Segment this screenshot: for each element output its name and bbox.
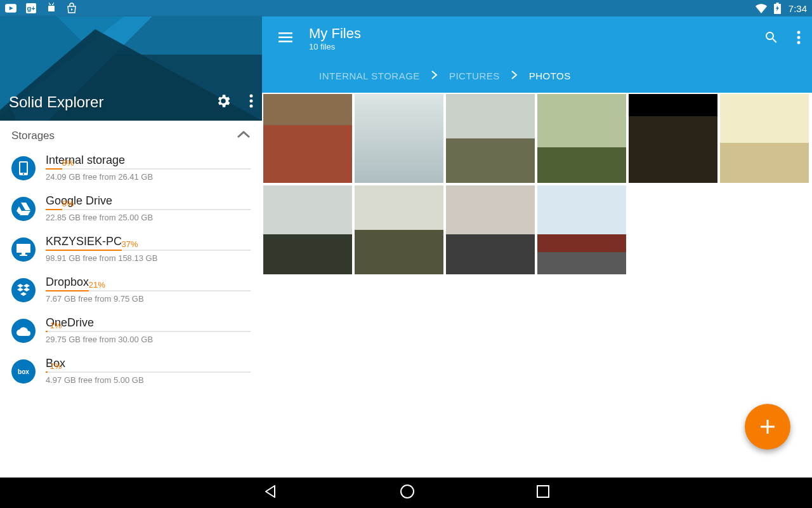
svg-rect-21 — [16, 244, 30, 253]
chevron-up-icon — [237, 130, 251, 142]
svg-text:g+: g+ — [27, 4, 35, 12]
svg-rect-26 — [278, 36, 292, 38]
status-bar: g+ 7:34 — [0, 0, 812, 17]
photo-thumbnail[interactable] — [537, 185, 626, 274]
storage-usage-bar: 1% — [46, 371, 251, 373]
chevron-right-icon — [431, 70, 438, 81]
storage-meta: 24.09 GB free from 26.41 GB — [46, 172, 251, 182]
storage-name: Box — [46, 357, 251, 370]
fab-add-button[interactable] — [745, 404, 790, 450]
svg-rect-22 — [22, 253, 25, 255]
sidebar: Solid Explorer Storages Internal storage… — [0, 17, 262, 478]
content-pane: My Files 10 files INTERNAL STORAGE PICTU… — [262, 17, 812, 478]
photo-thumbnail[interactable] — [537, 94, 626, 183]
svg-rect-25 — [278, 32, 292, 34]
photo-thumbnail[interactable] — [446, 94, 535, 183]
storages-section-header[interactable]: Storages — [0, 121, 262, 149]
monitor-icon — [11, 237, 36, 262]
overflow-menu-icon[interactable] — [249, 94, 253, 110]
app-title: Solid Explorer — [9, 93, 103, 111]
crumb-pictures[interactable]: PICTURES — [449, 70, 500, 81]
chevron-right-icon — [511, 70, 518, 81]
storage-item-dropbox[interactable]: Dropbox 21% 7.67 GB free from 9.75 GB — [0, 271, 262, 311]
storage-percent: 1% — [49, 321, 62, 330]
thumbnail-grid — [262, 93, 812, 478]
svg-rect-32 — [761, 426, 775, 428]
storage-usage-bar: 8% — [46, 168, 251, 170]
storage-percent: 37% — [122, 239, 138, 249]
svg-rect-23 — [20, 255, 27, 256]
svg-rect-34 — [537, 486, 549, 497]
svg-line-7 — [53, 3, 55, 4]
crumb-photos[interactable]: PHOTOS — [529, 70, 571, 81]
breadcrumb: INTERNAL STORAGE PICTURES PHOTOS — [262, 59, 812, 93]
search-icon[interactable] — [764, 30, 779, 48]
storage-percent: 8% — [62, 158, 74, 168]
storage-name: KRZYSIEK-PC — [46, 235, 251, 248]
status-left: g+ — [5, 3, 77, 14]
svg-point-28 — [797, 30, 801, 34]
storages-list: Internal storage 8% 24.09 GB free from 2… — [0, 149, 262, 478]
phone-icon — [11, 156, 36, 180]
storage-usage-bar: 21% — [46, 290, 251, 291]
recents-button[interactable] — [536, 485, 550, 501]
storage-item-monitor[interactable]: KRZYSIEK-PC 37% 98.91 GB free from 158.1… — [0, 230, 262, 271]
storage-item-onedrive[interactable]: OneDrive 1% 29.75 GB free from 30.00 GB — [0, 311, 262, 352]
storage-usage-bar: 37% — [46, 250, 251, 251]
page-subtitle: 10 files — [309, 42, 361, 51]
sidebar-hero: Solid Explorer — [0, 17, 262, 121]
svg-point-20 — [23, 173, 24, 175]
storage-item-gdrive[interactable]: Google Drive 8% 22.85 GB free from 25.00… — [0, 189, 262, 230]
page-title: My Files — [309, 25, 361, 42]
storage-item-box[interactable]: box Box 1% 4.97 GB free from 5.00 GB — [0, 352, 262, 392]
storage-name: Internal storage — [46, 154, 251, 167]
navigation-bar — [0, 478, 812, 508]
storage-name: OneDrive — [46, 316, 251, 330]
menu-icon[interactable] — [278, 32, 292, 45]
status-right: 7:34 — [756, 3, 807, 14]
photo-thumbnail[interactable] — [720, 94, 809, 183]
youtube-icon — [5, 3, 16, 14]
svg-point-33 — [401, 485, 414, 498]
svg-rect-9 — [776, 3, 779, 4]
photo-thumbnail[interactable] — [355, 94, 443, 183]
storage-meta: 22.85 GB free from 25.00 GB — [46, 213, 251, 222]
photo-thumbnail[interactable] — [263, 185, 352, 274]
storage-percent: 8% — [62, 199, 74, 208]
settings-icon[interactable] — [215, 93, 232, 112]
photo-thumbnail[interactable] — [263, 94, 352, 183]
storage-usage-bar: 1% — [46, 331, 251, 332]
battery-charging-icon — [772, 3, 783, 14]
storage-usage-bar: 8% — [46, 209, 251, 210]
gdrive-icon — [11, 197, 36, 221]
storage-name: Dropbox — [46, 276, 251, 289]
storage-percent: 1% — [49, 361, 62, 371]
google-plus-icon: g+ — [25, 3, 37, 14]
svg-point-16 — [250, 100, 253, 103]
storage-item-phone[interactable]: Internal storage 8% 24.09 GB free from 2… — [0, 149, 262, 189]
onedrive-icon — [11, 319, 36, 343]
storage-meta: 7.67 GB free from 9.75 GB — [46, 294, 251, 304]
status-time: 7:34 — [789, 3, 807, 14]
back-button[interactable] — [262, 483, 278, 502]
svg-text:box: box — [18, 368, 29, 375]
dropbox-icon — [11, 278, 36, 302]
photo-thumbnail[interactable] — [629, 94, 717, 183]
storage-meta: 98.91 GB free from 158.13 GB — [46, 253, 251, 263]
photo-thumbnail[interactable] — [446, 185, 535, 274]
toolbar: My Files 10 files INTERNAL STORAGE PICTU… — [262, 17, 812, 93]
crumb-internal-storage[interactable]: INTERNAL STORAGE — [319, 70, 420, 81]
overflow-menu-icon[interactable] — [797, 30, 801, 47]
svg-point-17 — [250, 105, 253, 108]
android-icon — [46, 3, 57, 14]
storage-meta: 4.97 GB free from 5.00 GB — [46, 375, 251, 385]
photo-thumbnail[interactable] — [355, 185, 443, 274]
storage-name: Google Drive — [46, 194, 251, 208]
storage-meta: 29.75 GB free from 30.00 GB — [46, 335, 251, 344]
storage-percent: 21% — [89, 280, 105, 290]
storages-label: Storages — [11, 130, 55, 142]
home-button[interactable] — [399, 483, 416, 502]
svg-rect-3 — [48, 6, 55, 11]
play-store-icon — [66, 3, 77, 14]
svg-rect-19 — [20, 163, 27, 173]
